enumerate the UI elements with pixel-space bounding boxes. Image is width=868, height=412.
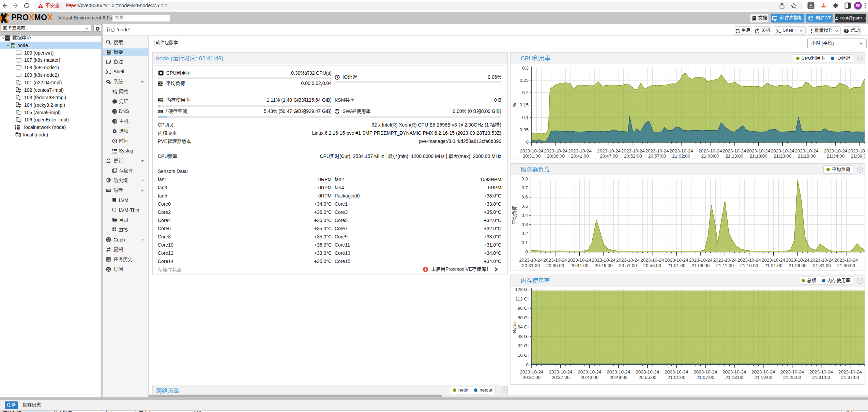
svg-text:20:57:00: 20:57:00 (648, 153, 666, 159)
svg-text:21:01:00: 21:01:00 (668, 375, 686, 380)
svg-text:20:56:00: 20:56:00 (643, 263, 661, 268)
svg-text:2023-10-24: 2023-10-24 (568, 148, 592, 153)
svg-text:2023-10-24: 2023-10-24 (689, 258, 713, 263)
svg-text:2023-10-24: 2023-10-24 (771, 148, 795, 153)
svg-text:21:25:00: 21:25:00 (783, 375, 801, 380)
svg-text:2023-10-24: 2023-10-24 (578, 369, 601, 374)
svg-text:2023-10-24: 2023-10-24 (780, 369, 804, 374)
svg-text:32 Gi: 32 Gi (518, 343, 529, 348)
svg-text:64 Gi: 64 Gi (518, 324, 529, 329)
svg-text:21:16:00: 21:16:00 (740, 263, 758, 268)
svg-text:20:52:00: 20:52:00 (624, 153, 642, 159)
svg-text:20:36:00: 20:36:00 (546, 263, 564, 268)
svg-text:2023-10-24: 2023-10-24 (621, 148, 645, 153)
svg-text:2023-10-24: 2023-10-24 (795, 148, 819, 153)
svg-text:0.4: 0.4 (521, 213, 528, 218)
svg-text:21:13:00: 21:13:00 (725, 375, 743, 380)
svg-text:20:31:00: 20:31:00 (523, 153, 541, 159)
svg-text:2023-10-24: 2023-10-24 (722, 369, 746, 374)
svg-text:21:31:00: 21:31:00 (813, 263, 831, 268)
svg-text:20:41:00: 20:41:00 (571, 153, 589, 159)
svg-text:2023-10-24: 2023-10-24 (713, 258, 737, 263)
svg-text:平均负荷: 平均负荷 (512, 206, 517, 224)
svg-text:21:28:00: 21:28:00 (798, 153, 816, 159)
svg-text:2023-10-24: 2023-10-24 (722, 148, 746, 153)
svg-text:0.2: 0.2 (522, 90, 529, 95)
svg-text:48 Gi: 48 Gi (518, 334, 529, 339)
svg-text:21:34:00: 21:34:00 (827, 153, 845, 159)
svg-text:2023-10-24: 2023-10-24 (520, 369, 544, 374)
svg-text:20:46:00: 20:46:00 (595, 263, 613, 268)
svg-text:2023-10-24: 2023-10-24 (698, 148, 722, 153)
svg-text:2023-10-24: 2023-10-24 (549, 369, 573, 374)
svg-text:20:37:00: 20:37:00 (552, 375, 570, 380)
svg-text:2023-10-24: 2023-10-24 (848, 148, 865, 153)
svg-text:96 Gi: 96 Gi (518, 306, 529, 311)
svg-text:20:41:00: 20:41:00 (570, 263, 589, 268)
svg-text:2023-10-24: 2023-10-24 (737, 258, 761, 263)
svg-text:2023-10-24: 2023-10-24 (665, 258, 688, 263)
svg-text:0.7: 0.7 (521, 185, 528, 190)
svg-text:0.5: 0.5 (521, 204, 528, 209)
svg-text:21:31:00: 21:31:00 (812, 375, 830, 380)
svg-text:0: 0 (526, 139, 529, 145)
svg-text:21:18:00: 21:18:00 (749, 153, 767, 159)
svg-text:2023-10-24: 2023-10-24 (694, 369, 717, 374)
svg-text:2023-10-24: 2023-10-24 (810, 258, 834, 263)
svg-text:21:06:00: 21:06:00 (692, 263, 710, 268)
svg-text:0.15: 0.15 (520, 102, 529, 107)
svg-text:2023-10-24: 2023-10-24 (747, 148, 771, 153)
svg-text:2023-10-24: 2023-10-24 (786, 258, 810, 263)
svg-text:21:08:00: 21:08:00 (701, 153, 719, 159)
svg-text:20:31:00: 20:31:00 (523, 375, 541, 380)
svg-text:2023-10-24: 2023-10-24 (665, 369, 688, 374)
svg-text:2023-10-24: 2023-10-24 (636, 369, 659, 374)
svg-text:20:43:00: 20:43:00 (581, 375, 599, 380)
svg-text:128 Gi: 128 Gi (515, 287, 529, 292)
svg-text:0.1: 0.1 (522, 115, 529, 120)
svg-text:2023-10-24: 2023-10-24 (607, 369, 630, 374)
svg-text:20:36:00: 20:36:00 (547, 153, 565, 159)
svg-text:2023-10-24: 2023-10-24 (669, 148, 693, 153)
svg-text:0.05: 0.05 (520, 127, 529, 132)
svg-text:2023-10-24: 2023-10-24 (645, 148, 669, 153)
svg-text:%: % (512, 103, 517, 107)
svg-text:2023-10-24: 2023-10-24 (762, 258, 786, 263)
svg-text:2023-10-24: 2023-10-24 (809, 369, 833, 374)
svg-text:0.3: 0.3 (521, 222, 528, 227)
svg-text:21:36:00: 21:36:00 (837, 263, 855, 268)
svg-text:21:19:00: 21:19:00 (754, 375, 772, 380)
svg-text:21:01:00: 21:01:00 (668, 263, 686, 268)
svg-text:21:39:00: 21:39:00 (851, 153, 865, 159)
svg-text:2023-10-24: 2023-10-24 (597, 148, 621, 153)
svg-text:2023-10-24: 2023-10-24 (616, 258, 640, 263)
svg-text:21:13:00: 21:13:00 (725, 153, 743, 159)
svg-text:2023-10-24: 2023-10-24 (519, 258, 543, 263)
svg-text:2023-10-24: 2023-10-24 (751, 369, 775, 374)
svg-text:0.2: 0.2 (521, 231, 528, 236)
svg-text:20:51:00: 20:51:00 (619, 263, 637, 268)
svg-text:2023-10-24: 2023-10-24 (834, 258, 858, 263)
svg-text:112 Gi: 112 Gi (515, 296, 529, 301)
svg-text:21:26:00: 21:26:00 (789, 263, 807, 268)
svg-text:2023-10-24: 2023-10-24 (544, 148, 568, 153)
svg-text:21:37:00: 21:37:00 (841, 375, 859, 380)
svg-text:20:47:00: 20:47:00 (600, 153, 618, 159)
svg-text:0.1: 0.1 (521, 240, 528, 245)
svg-text:0.25: 0.25 (520, 78, 529, 83)
svg-text:0.3: 0.3 (522, 65, 529, 71)
svg-text:?: ? (845, 29, 847, 33)
svg-text:16 Gi: 16 Gi (518, 353, 529, 358)
svg-text:21:02:00: 21:02:00 (672, 153, 690, 159)
svg-text:20:49:00: 20:49:00 (610, 375, 628, 380)
svg-text:2023-10-24: 2023-10-24 (544, 258, 567, 263)
svg-text:2023-10-24: 2023-10-24 (640, 258, 664, 263)
svg-text:21:11:00: 21:11:00 (716, 263, 734, 268)
svg-text:0.6: 0.6 (521, 194, 528, 200)
svg-text:21:23:00: 21:23:00 (774, 153, 792, 159)
svg-text:20:31:00: 20:31:00 (522, 263, 540, 268)
svg-text:80 Gi: 80 Gi (518, 315, 529, 320)
svg-text:Bytes: Bytes (512, 321, 517, 333)
svg-text:0.8: 0.8 (521, 176, 528, 181)
svg-text:20:55:00: 20:55:00 (639, 375, 657, 380)
